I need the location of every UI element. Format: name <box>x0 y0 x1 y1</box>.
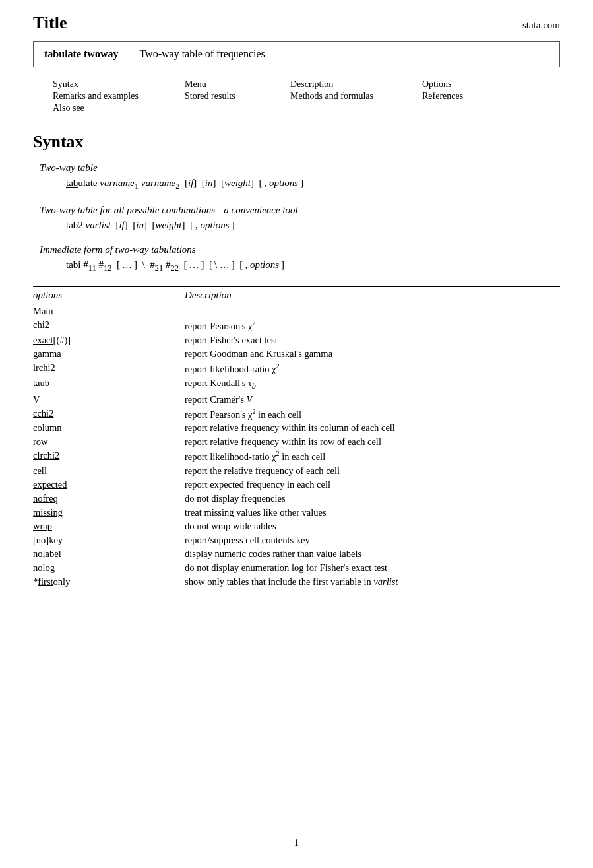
desc-nolog: do not display enumeration log for Fishe… <box>185 561 560 575</box>
nav-link-stored[interactable]: Stored results <box>185 91 290 102</box>
table-row: *firstonly show only tables that include… <box>33 575 560 589</box>
table-row: nolabel display numeric codes rather tha… <box>33 547 560 561</box>
opt-firstonly: *firstonly <box>33 575 185 589</box>
desc-exact: report Fisher's exact test <box>185 333 560 347</box>
table-row: expected report expected frequency in ea… <box>33 478 560 492</box>
opt-chi2: chi2 <box>33 318 185 333</box>
section-title-syntax: Syntax <box>33 132 560 152</box>
desc-cell: report the relative frequency of each ce… <box>185 464 560 478</box>
nav-link-description[interactable]: Description <box>290 79 422 90</box>
brand-label: stata.com <box>522 20 560 31</box>
title-box-dash: — <box>123 48 134 60</box>
desc-chi2: report Pearson's χ2 <box>185 318 560 333</box>
desc-taub: report Kendall's τb <box>185 376 560 393</box>
nav-links: Syntax Menu Description Options Remarks … <box>53 79 560 114</box>
page-header: Title stata.com <box>33 13 560 33</box>
nav-link-options[interactable]: Options <box>422 79 528 90</box>
opt-expected: expected <box>33 478 185 492</box>
table-row: chi2 report Pearson's χ2 <box>33 318 560 333</box>
page-footer: 1 <box>0 838 593 848</box>
opt-nolog: nolog <box>33 561 185 575</box>
table-row: nolog do not display enumeration log for… <box>33 561 560 575</box>
desc-nofreq: do not display frequencies <box>185 492 560 506</box>
section-label-main: Main <box>33 304 560 319</box>
nav-link-references[interactable]: References <box>422 91 528 102</box>
table-row: nofreq do not display frequencies <box>33 492 560 506</box>
desc-nokey: report/suppress cell contents key <box>185 533 560 547</box>
opt-taub: taub <box>33 376 185 393</box>
opt-exact: exact[(#)] <box>33 333 185 347</box>
opt-nokey: [no]key <box>33 533 185 547</box>
title-box-description: Two-way table of frequencies <box>139 48 265 60</box>
table-row: row report relative frequency within its… <box>33 435 560 449</box>
desc-V: report Cramér's V <box>185 393 560 407</box>
desc-firstonly: show only tables that include the first … <box>185 575 560 589</box>
page: Title stata.com tabulate twoway — Two-wa… <box>0 0 593 868</box>
title-box-command: tabulate twoway <box>44 48 118 60</box>
syntax-block-twoway: Two-way table tabulate varname1 varname2… <box>33 162 560 191</box>
table-row: taub report Kendall's τb <box>33 376 560 393</box>
title-box: tabulate twoway — Two-way table of frequ… <box>33 41 560 67</box>
desc-cchi2: report Pearson's χ2 in each cell <box>185 407 560 422</box>
table-row: cchi2 report Pearson's χ2 in each cell <box>33 407 560 422</box>
opt-cell: cell <box>33 464 185 478</box>
cmd-tabulate: tab <box>66 178 78 188</box>
nav-link-also-see[interactable]: Also see <box>53 103 185 114</box>
table-row: [no]key report/suppress cell contents ke… <box>33 533 560 547</box>
opt-clrchi2: clrchi2 <box>33 449 185 464</box>
syntax-block-tab2: Two-way table for all possible combinati… <box>33 205 560 231</box>
opt-lrchi2: lrchi2 <box>33 361 185 376</box>
opt-cchi2: cchi2 <box>33 407 185 422</box>
table-row: exact[(#)] report Fisher's exact test <box>33 333 560 347</box>
syntax-label-2: Two-way table for all possible combinati… <box>40 205 560 216</box>
nav-link-remarks[interactable]: Remarks and examples <box>53 91 185 102</box>
syntax-label-1: Two-way table <box>40 162 560 174</box>
nav-link-menu[interactable]: Menu <box>185 79 290 90</box>
table-row: gamma report Goodman and Kruskal's gamma <box>33 347 560 361</box>
desc-lrchi2: report likelihood-ratio χ2 <box>185 361 560 376</box>
table-row: column report relative frequency within … <box>33 421 560 435</box>
syntax-cmd-2: tab2 varlist [if] [in] [weight] [ , opti… <box>66 220 560 231</box>
table-row: missing treat missing values like other … <box>33 506 560 519</box>
nav-link-syntax[interactable]: Syntax <box>53 79 185 90</box>
col-header-description: Description <box>185 287 560 304</box>
opt-row: row <box>33 435 185 449</box>
table-row: cell report the relative frequency of ea… <box>33 464 560 478</box>
syntax-label-3: Immediate form of two-way tabulations <box>40 244 560 255</box>
opt-missing: missing <box>33 506 185 519</box>
syntax-block-tabi: Immediate form of two-way tabulations ta… <box>33 244 560 273</box>
syntax-cmd-3: tabi #11 #12 [ … ] \ #21 #22 [ … ] [ \ …… <box>66 259 560 273</box>
desc-missing: treat missing values like other values <box>185 506 560 519</box>
nav-link-methods[interactable]: Methods and formulas <box>290 91 422 102</box>
desc-clrchi2: report likelihood-ratio χ2 in each cell <box>185 449 560 464</box>
desc-gamma: report Goodman and Kruskal's gamma <box>185 347 560 361</box>
desc-nolabel: display numeric codes rather than value … <box>185 547 560 561</box>
table-row: wrap do not wrap wide tables <box>33 519 560 533</box>
table-row: clrchi2 report likelihood-ratio χ2 in ea… <box>33 449 560 464</box>
opt-gamma: gamma <box>33 347 185 361</box>
desc-expected: report expected frequency in each cell <box>185 478 560 492</box>
table-header-row: options Description <box>33 287 560 304</box>
opt-nolabel: nolabel <box>33 547 185 561</box>
options-table: options Description Main chi2 report Pea… <box>33 286 560 589</box>
opt-nofreq: nofreq <box>33 492 185 506</box>
opt-column: column <box>33 421 185 435</box>
opt-wrap: wrap <box>33 519 185 533</box>
syntax-cmd-1: tabulate varname1 varname2 [if] [in] [we… <box>66 178 560 191</box>
table-row: V report Cramér's V <box>33 393 560 407</box>
opt-V: V <box>33 393 185 407</box>
desc-column: report relative frequency within its col… <box>185 421 560 435</box>
section-row-main: Main <box>33 304 560 319</box>
title-box-content: tabulate twoway — Two-way table of frequ… <box>44 48 549 60</box>
page-number: 1 <box>294 838 299 848</box>
desc-wrap: do not wrap wide tables <box>185 519 560 533</box>
page-title: Title <box>33 13 67 33</box>
desc-row: report relative frequency within its row… <box>185 435 560 449</box>
col-header-options: options <box>33 287 185 304</box>
table-row: lrchi2 report likelihood-ratio χ2 <box>33 361 560 376</box>
